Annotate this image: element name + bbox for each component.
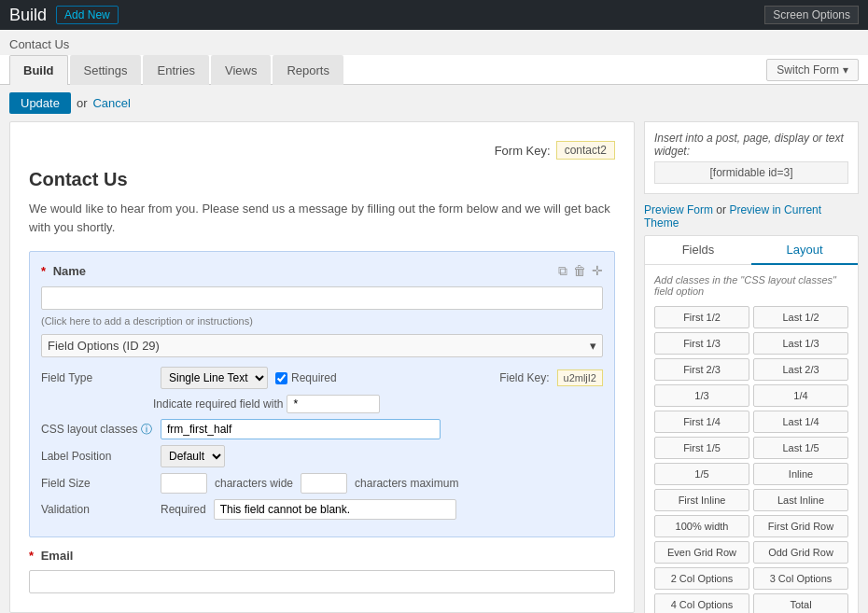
- label-pos-select[interactable]: Default: [161, 445, 225, 467]
- layout-btn-first-inline[interactable]: First Inline: [654, 489, 749, 511]
- tab-reports[interactable]: Reports: [273, 55, 343, 85]
- required-checkbox-group: Required: [275, 371, 403, 384]
- form-title: Contact Us: [29, 169, 615, 190]
- chevron-down-icon: ▾: [590, 339, 596, 353]
- layout-btn-last-1-5[interactable]: Last 1/5: [753, 437, 848, 459]
- layout-btn-first-2-3[interactable]: First 2/3: [654, 358, 749, 381]
- layout-btn-1-3[interactable]: 1/3: [654, 384, 749, 407]
- panel-tabs: Fields Layout: [645, 236, 858, 265]
- layout-btn-first-1-5[interactable]: First 1/5: [654, 437, 749, 459]
- form-preview-box: Form Key: contact2 Contact Us We would l…: [9, 121, 635, 613]
- insert-box: Insert into a post, page, display or tex…: [644, 121, 859, 194]
- email-field-block: * Email: [29, 549, 615, 593]
- delete-icon[interactable]: 🗑: [573, 263, 586, 279]
- form-key-value: contact2: [556, 141, 615, 160]
- layout-btn-first-1-2[interactable]: First 1/2: [654, 306, 749, 328]
- required-checkbox[interactable]: [275, 372, 287, 384]
- indicate-input[interactable]: [287, 395, 380, 413]
- add-new-button[interactable]: Add New: [56, 6, 119, 24]
- layout-btn-first-grid-row[interactable]: First Grid Row: [753, 515, 848, 537]
- layout-btn-last-1-3[interactable]: Last 1/3: [753, 332, 848, 355]
- panel-box: Fields Layout Add classes in the "CSS la…: [644, 235, 859, 613]
- preview-links: Preview Form or Preview in Current Theme: [644, 203, 859, 230]
- click-description[interactable]: (Click here to add a description or inst…: [41, 315, 603, 327]
- page-title: Build: [9, 6, 47, 25]
- form-key-label: Form Key:: [495, 144, 551, 158]
- tabs-bar: Build Settings Entries Views Reports Swi…: [0, 55, 868, 85]
- name-field-block: * Name ⧉ 🗑 ✛ (Click here to add a descri…: [29, 251, 615, 537]
- panel-body: Add classes in the "CSS layout classes" …: [645, 265, 858, 613]
- indicate-row: Indicate required field with: [153, 395, 603, 413]
- field-key-value: u2mljI2: [557, 369, 603, 386]
- tab-build[interactable]: Build: [9, 55, 68, 85]
- chars-wide-input[interactable]: [161, 473, 207, 494]
- chars-max-label: characters maximum: [355, 477, 458, 490]
- layout-btn-first-1-4[interactable]: First 1/4: [654, 411, 749, 433]
- tab-entries[interactable]: Entries: [143, 55, 208, 85]
- css-label: CSS layout classes ⓘ: [41, 422, 153, 438]
- insert-label: Insert into a post, page, display or tex…: [654, 132, 848, 158]
- layout-btn-2-col-options[interactable]: 2 Col Options: [654, 567, 749, 590]
- field-actions: ⧉ 🗑 ✛: [558, 263, 603, 279]
- layout-btn-1-5[interactable]: 1/5: [654, 463, 749, 485]
- required-val-label: Required: [161, 503, 206, 516]
- css-input[interactable]: [161, 419, 441, 439]
- layout-btn-total[interactable]: Total: [753, 593, 848, 613]
- required-checkbox-label: Required: [291, 371, 403, 384]
- layout-btn-3-col-options[interactable]: 3 Col Options: [753, 567, 848, 590]
- css-row: CSS layout classes ⓘ: [41, 419, 603, 439]
- layout-btn-last-2-3[interactable]: Last 2/3: [753, 358, 848, 381]
- field-key-label: Field Key:: [499, 371, 549, 384]
- tab-fields[interactable]: Fields: [645, 236, 751, 264]
- duplicate-icon[interactable]: ⧉: [558, 263, 567, 279]
- cancel-link[interactable]: Cancel: [92, 96, 130, 110]
- chars-max-input[interactable]: [301, 473, 347, 494]
- tab-views[interactable]: Views: [211, 55, 271, 85]
- layout-btn-last-1-2[interactable]: Last 1/2: [753, 306, 848, 328]
- field-options-dropdown[interactable]: Field Options (ID 29) ▾: [41, 334, 603, 357]
- switch-form-button[interactable]: Switch Form ▾: [766, 59, 859, 81]
- layout-grid: First 1/2 Last 1/2 First 1/3 Last 1/3 Fi…: [654, 306, 848, 613]
- field-type-label: Field Type: [41, 371, 153, 384]
- email-field-label: * Email: [29, 549, 615, 563]
- screen-options-button[interactable]: Screen Options: [764, 6, 859, 24]
- field-size-row: Field Size characters wide characters ma…: [41, 473, 603, 494]
- move-icon[interactable]: ✛: [592, 263, 603, 279]
- label-pos-row: Label Position Default: [41, 445, 603, 467]
- layout-btn-first-1-3[interactable]: First 1/3: [654, 332, 749, 355]
- action-bar: Update or Cancel: [0, 85, 868, 121]
- layout-btn-100-width[interactable]: 100% width: [654, 515, 749, 537]
- tab-settings[interactable]: Settings: [70, 55, 142, 85]
- email-input[interactable]: [29, 570, 615, 593]
- breadcrumb: Contact Us: [0, 30, 868, 55]
- layout-btn-inline[interactable]: Inline: [753, 463, 848, 485]
- label-pos-label: Label Position: [41, 450, 153, 463]
- name-input[interactable]: [41, 286, 603, 310]
- email-required-marker: *: [29, 549, 34, 563]
- form-key-row: Form Key: contact2: [29, 141, 615, 160]
- layout-btn-last-1-4[interactable]: Last 1/4: [753, 411, 848, 433]
- field-name-label: * Name: [41, 264, 86, 278]
- field-header: * Name ⧉ 🗑 ✛: [41, 263, 603, 279]
- validation-msg-input[interactable]: [214, 499, 456, 520]
- update-button[interactable]: Update: [9, 92, 71, 114]
- main-layout: Form Key: contact2 Contact Us We would l…: [0, 121, 868, 613]
- field-type-select[interactable]: Single Line Text: [161, 367, 268, 389]
- tab-layout[interactable]: Layout: [751, 236, 858, 265]
- validation-label: Validation: [41, 499, 153, 516]
- preview-form-link[interactable]: Preview Form: [644, 203, 713, 216]
- layout-btn-1-4[interactable]: 1/4: [753, 384, 848, 407]
- layout-btn-4-col-options[interactable]: 4 Col Options: [654, 593, 749, 613]
- form-description: We would like to hear from you. Please s…: [29, 200, 615, 236]
- top-bar: Build Add New Screen Options: [0, 0, 868, 30]
- field-options-content: Field Type Single Line Text Required: [41, 367, 603, 520]
- form-area: Form Key: contact2 Contact Us We would l…: [9, 121, 635, 613]
- layout-btn-last-inline[interactable]: Last Inline: [753, 489, 848, 511]
- shortcode-box[interactable]: [formidable id=3]: [654, 161, 848, 184]
- field-type-select-wrapper: Single Line Text: [161, 367, 268, 389]
- layout-btn-even-grid-row[interactable]: Even Grid Row: [654, 541, 749, 564]
- chars-wide-label: characters wide: [215, 477, 293, 490]
- layout-btn-odd-grid-row[interactable]: Odd Grid Row: [753, 541, 848, 564]
- required-marker: *: [41, 264, 46, 278]
- panel-note: Add classes in the "CSS layout classes" …: [654, 274, 848, 297]
